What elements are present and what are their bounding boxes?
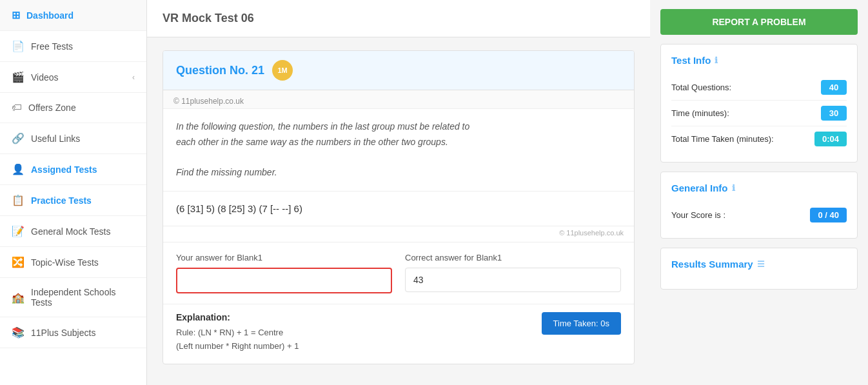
tag-icon: 🏷 <box>12 102 22 114</box>
dashboard-icon: ⊞ <box>12 9 20 21</box>
page-title: VR Mock Test 06 <box>163 12 254 25</box>
main-content: VR Mock Test 06 Question No. 21 1M © 11p… <box>147 0 650 385</box>
your-answer-label: Your answer for Blank1 <box>176 253 392 262</box>
sidebar-item-topic-wise-tests[interactable]: 🔀 Topic-Wise Tests <box>0 247 146 278</box>
question-text-line3: Find the missing number. <box>176 165 621 181</box>
question-number: Question No. 21 <box>176 64 264 77</box>
total-questions-value: 40 <box>821 80 847 95</box>
sidebar-item-label: General Mock Tests <box>31 226 110 237</box>
total-time-taken-row: Total Time Taken (minutes): 0:04 <box>671 126 847 152</box>
sidebar-item-11plus-subjects[interactable]: 📚 11Plus Subjects <box>0 317 146 348</box>
user-icon: 👤 <box>12 163 25 175</box>
sidebar-item-label: Useful Links <box>31 133 80 144</box>
puzzle-text: (6 [31] 5) (8 [25] 3) (7 [-- --] 6) <box>176 203 302 214</box>
list-icon: ☰ <box>757 259 765 269</box>
question-body: © 11plusehelp.co.uk In the following que… <box>163 90 634 364</box>
explanation-title: Explanation: <box>176 312 299 322</box>
sidebar-item-offers-zone[interactable]: 🏷 Offers Zone <box>0 93 146 123</box>
time-minutes-value: 30 <box>821 106 847 121</box>
test-info-card: Test Info ℹ Total Questions: 40 Time (mi… <box>660 44 858 163</box>
sidebar-item-label: Free Tests <box>31 41 73 52</box>
circle-info-icon: ℹ <box>732 183 735 193</box>
chevron-icon: ‹ <box>132 73 135 82</box>
results-summary-card: Results Summary ☰ <box>660 248 858 290</box>
question-text-line2: each other in the same way as the number… <box>176 135 621 150</box>
explanation-block: Explanation: Rule: (LN * RN) + 1 = Centr… <box>176 312 299 353</box>
total-questions-row: Total Questions: 40 <box>671 75 847 101</box>
time-taken-button[interactable]: Time Taken: 0s <box>542 312 621 335</box>
general-info-title: General Info ℹ <box>671 183 847 193</box>
correct-answer-block: Correct answer for Blank1 <box>405 253 621 292</box>
question-text: In the following question, the numbers i… <box>163 109 634 192</box>
content-area: Question No. 21 1M © 11plusehelp.co.uk I… <box>147 37 650 377</box>
sidebar: ⊞ Dashboard 📄 Free Tests 🎬 Videos ‹ 🏷 Of… <box>0 0 147 385</box>
clipboard-icon: 📋 <box>12 194 25 206</box>
sidebar-item-independent-schools[interactable]: 🏫 Independent Schools Tests <box>0 278 146 317</box>
sidebar-item-videos[interactable]: 🎬 Videos ‹ <box>0 62 146 93</box>
question-header: Question No. 21 1M <box>163 51 634 90</box>
sidebar-item-label: Assigned Tests <box>31 164 97 175</box>
sidebar-item-dashboard[interactable]: ⊞ Dashboard <box>0 0 146 31</box>
books-icon: 📚 <box>12 326 25 339</box>
score-row: Your Score is : 0 / 40 <box>671 202 847 228</box>
total-time-taken-label: Total Time Taken (minutes): <box>671 134 774 144</box>
explanation-text: Rule: (LN * RN) + 1 = Centre (Left numbe… <box>176 326 299 353</box>
time-minutes-row: Time (minutes): 30 <box>671 101 847 126</box>
file-icon: 📄 <box>12 40 25 52</box>
sidebar-item-label: Offers Zone <box>28 103 76 113</box>
sidebar-item-label: 11Plus Subjects <box>31 328 95 338</box>
sidebar-item-general-mock-tests[interactable]: 📝 General Mock Tests <box>0 216 146 247</box>
total-questions-label: Total Questions: <box>671 83 731 92</box>
report-problem-button[interactable]: REPORT A PROBLEM <box>660 9 858 35</box>
question-text-line1: In the following question, the numbers i… <box>176 119 621 135</box>
sidebar-item-label: Practice Tests <box>31 195 92 206</box>
test-info-title: Test Info ℹ <box>671 55 847 66</box>
page-header: VR Mock Test 06 <box>147 0 650 37</box>
sidebar-item-practice-tests[interactable]: 📋 Practice Tests <box>0 185 146 216</box>
correct-answer-label: Correct answer for Blank1 <box>405 253 621 262</box>
explanation-section: Explanation: Rule: (LN * RN) + 1 = Centr… <box>163 304 634 364</box>
sidebar-item-assigned-tests[interactable]: 👤 Assigned Tests <box>0 154 146 185</box>
score-value: 0 / 40 <box>810 208 847 222</box>
time-minutes-label: Time (minutes): <box>671 108 729 118</box>
question-copyright: © 11plusehelp.co.uk <box>163 90 634 109</box>
link-icon: 🔗 <box>12 132 25 144</box>
video-icon: 🎬 <box>12 71 25 83</box>
explanation-line1: Rule: (LN * RN) + 1 = Centre <box>176 326 299 340</box>
results-summary-title: Results Summary ☰ <box>671 259 847 270</box>
your-answer-block: Your answer for Blank1 <box>176 253 392 293</box>
question-puzzle: (6 [31] 5) (8 [25] 3) (7 [-- --] 6) <box>163 192 634 226</box>
total-time-taken-value: 0:04 <box>814 132 847 146</box>
sidebar-item-useful-links[interactable]: 🔗 Useful Links <box>0 123 146 154</box>
answer-section: Your answer for Blank1 Correct answer fo… <box>163 242 634 304</box>
general-info-card: General Info ℹ Your Score is : 0 / 40 <box>660 172 858 239</box>
shuffle-icon: 🔀 <box>12 256 25 268</box>
info-icon: ℹ <box>715 55 718 65</box>
sidebar-item-label: Independent Schools Tests <box>31 287 135 308</box>
your-answer-input[interactable] <box>176 268 392 293</box>
notepad-icon: 📝 <box>12 225 25 237</box>
sidebar-item-label: Dashboard <box>26 10 74 21</box>
sidebar-item-label: Videos <box>31 72 59 83</box>
explanation-line2: (Left number * Right number) + 1 <box>176 340 299 353</box>
school-icon: 🏫 <box>12 291 25 304</box>
right-panel: REPORT A PROBLEM Test Info ℹ Total Quest… <box>650 0 868 385</box>
correct-answer-input <box>405 268 621 292</box>
sidebar-item-free-tests[interactable]: 📄 Free Tests <box>0 31 146 62</box>
sidebar-item-label: Topic-Wise Tests <box>31 257 99 268</box>
question-badge: 1M <box>272 60 293 81</box>
question-card: Question No. 21 1M © 11plusehelp.co.uk I… <box>163 50 635 364</box>
score-label: Your Score is : <box>671 210 725 220</box>
question-footer-copyright: © 11plusehelp.co.uk <box>163 226 634 242</box>
